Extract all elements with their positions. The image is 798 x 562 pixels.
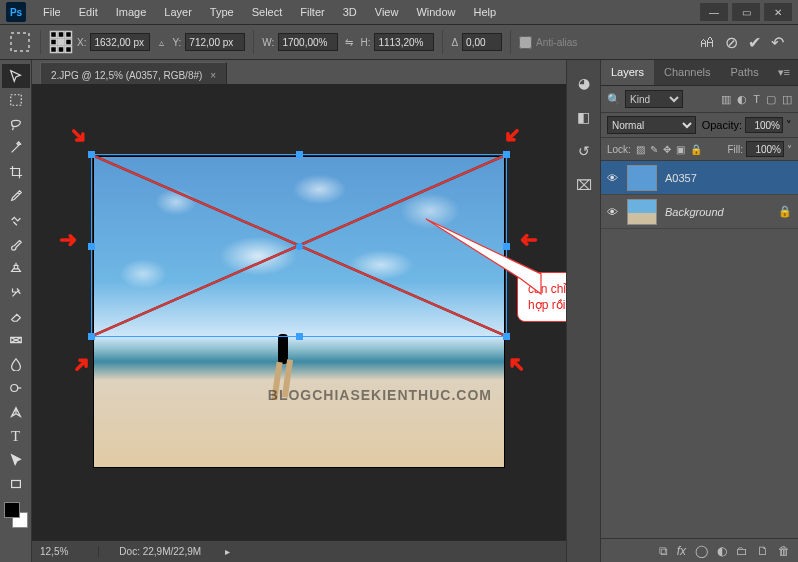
- transform-handle-tm[interactable]: [296, 151, 303, 158]
- antialias-checkbox[interactable]: Anti-alias: [519, 36, 577, 49]
- healing-brush-tool[interactable]: [2, 208, 30, 232]
- window-restore-button[interactable]: ▭: [732, 3, 760, 21]
- tab-layers[interactable]: Layers: [601, 60, 654, 85]
- reference-point-icon[interactable]: [49, 30, 73, 54]
- menu-type[interactable]: Type: [201, 2, 243, 22]
- transform-handle-bm[interactable]: [296, 333, 303, 340]
- menu-edit[interactable]: Edit: [70, 2, 107, 22]
- cancel-transform-icon[interactable]: ⊘: [725, 33, 738, 52]
- tab-channels[interactable]: Channels: [654, 60, 720, 85]
- eraser-tool[interactable]: [2, 304, 30, 328]
- fill-field[interactable]: [746, 141, 784, 157]
- transform-handle-tl[interactable]: [88, 151, 95, 158]
- fill-dropdown-icon[interactable]: ˅: [787, 144, 792, 155]
- menu-file[interactable]: File: [34, 2, 70, 22]
- type-tool[interactable]: T: [2, 424, 30, 448]
- transform-handle-bl[interactable]: [88, 333, 95, 340]
- adjustment-layer-icon[interactable]: ◐: [717, 544, 727, 558]
- menu-3d[interactable]: 3D: [334, 2, 366, 22]
- properties-panel-icon[interactable]: ⌧: [573, 174, 595, 196]
- layer-name[interactable]: Background: [665, 206, 770, 218]
- clone-stamp-tool[interactable]: [2, 256, 30, 280]
- window-close-button[interactable]: ✕: [764, 3, 792, 21]
- status-menu-icon[interactable]: ▸: [225, 546, 230, 557]
- layer-name[interactable]: A0357: [665, 172, 792, 184]
- group-layers-icon[interactable]: 🗀: [736, 544, 748, 558]
- layer-row[interactable]: 👁 A0357: [601, 161, 798, 195]
- adjustments-panel-icon[interactable]: ◕: [573, 72, 595, 94]
- history-brush-tool[interactable]: [2, 280, 30, 304]
- menu-filter[interactable]: Filter: [291, 2, 333, 22]
- menu-view[interactable]: View: [366, 2, 408, 22]
- crop-tool[interactable]: [2, 160, 30, 184]
- brush-tool[interactable]: [2, 232, 30, 256]
- layer-filter-kind[interactable]: Kind: [625, 90, 683, 108]
- reset-transform-icon[interactable]: ↶: [771, 33, 784, 52]
- menu-help[interactable]: Help: [465, 2, 506, 22]
- transform-center-icon[interactable]: [296, 243, 303, 250]
- angle-field[interactable]: [462, 33, 502, 51]
- layer-mask-icon[interactable]: ◯: [695, 544, 708, 558]
- transform-tool-icon[interactable]: [8, 30, 32, 54]
- lock-transparency-icon[interactable]: ▨: [636, 144, 645, 155]
- filter-shape-icon[interactable]: ▢: [766, 93, 776, 106]
- panel-menu-icon[interactable]: ▾≡: [770, 60, 798, 85]
- lock-all-icon[interactable]: 🔒: [690, 144, 702, 155]
- history-panel-icon[interactable]: ↺: [573, 140, 595, 162]
- rectangle-tool[interactable]: [2, 472, 30, 496]
- blur-tool[interactable]: [2, 352, 30, 376]
- styles-panel-icon[interactable]: ◧: [573, 106, 595, 128]
- menu-select[interactable]: Select: [243, 2, 292, 22]
- h-field[interactable]: [374, 33, 434, 51]
- tab-paths[interactable]: Paths: [721, 60, 769, 85]
- gradient-tool[interactable]: [2, 328, 30, 352]
- lock-position-icon[interactable]: ✥: [663, 144, 671, 155]
- layer-thumbnail[interactable]: [627, 199, 657, 225]
- marquee-tool[interactable]: [2, 88, 30, 112]
- filter-pixel-icon[interactable]: ▥: [721, 93, 731, 106]
- transform-handle-br[interactable]: [503, 333, 510, 340]
- canvas-area[interactable]: BLOGCHIASEKIENTHUC.COM: [32, 84, 566, 540]
- link-wh-icon[interactable]: ⇋: [342, 35, 356, 49]
- close-tab-icon[interactable]: ×: [210, 70, 216, 81]
- layer-thumbnail[interactable]: [627, 165, 657, 191]
- warp-mode-icon[interactable]: 🗚: [699, 33, 715, 52]
- x-field[interactable]: [90, 33, 150, 51]
- eyedropper-tool[interactable]: [2, 184, 30, 208]
- w-field[interactable]: [278, 33, 338, 51]
- commit-transform-icon[interactable]: ✔: [748, 33, 761, 52]
- menu-layer[interactable]: Layer: [155, 2, 201, 22]
- filter-adjust-icon[interactable]: ◐: [737, 93, 747, 106]
- menu-window[interactable]: Window: [407, 2, 464, 22]
- layer-fx-icon[interactable]: fx: [677, 544, 686, 558]
- move-tool[interactable]: [2, 64, 30, 88]
- filter-smart-icon[interactable]: ◫: [782, 93, 792, 106]
- delete-layer-icon[interactable]: 🗑: [778, 544, 790, 558]
- blend-mode-select[interactable]: Normal: [607, 116, 696, 134]
- new-layer-icon[interactable]: 🗋: [757, 544, 769, 558]
- lock-artboard-icon[interactable]: ▣: [676, 144, 685, 155]
- menu-image[interactable]: Image: [107, 2, 156, 22]
- lock-pixels-icon[interactable]: ✎: [650, 144, 658, 155]
- opacity-field[interactable]: [745, 117, 783, 133]
- document-tab[interactable]: 2.JPG @ 12,5% (A0357, RGB/8#) ×: [40, 62, 227, 84]
- doc-size-readout[interactable]: Doc: 22,9M/22,9M: [119, 546, 201, 557]
- y-field[interactable]: [185, 33, 245, 51]
- window-minimize-button[interactable]: —: [700, 3, 728, 21]
- magic-wand-tool[interactable]: [2, 136, 30, 160]
- link-layers-icon[interactable]: ⧉: [659, 544, 668, 558]
- opacity-dropdown-icon[interactable]: ˅: [786, 119, 792, 132]
- zoom-readout[interactable]: 12,5%: [40, 546, 99, 557]
- path-selection-tool[interactable]: [2, 448, 30, 472]
- dodge-tool[interactable]: [2, 376, 30, 400]
- visibility-toggle-icon[interactable]: 👁: [607, 206, 619, 218]
- transform-handle-ml[interactable]: [88, 243, 95, 250]
- transform-handle-tr[interactable]: [503, 151, 510, 158]
- canvas[interactable]: BLOGCHIASEKIENTHUC.COM: [94, 157, 504, 467]
- filter-type-icon[interactable]: T: [753, 93, 760, 106]
- color-swatches[interactable]: [4, 502, 28, 528]
- triangle-icon[interactable]: ▵: [154, 35, 168, 49]
- visibility-toggle-icon[interactable]: 👁: [607, 172, 619, 184]
- lasso-tool[interactable]: [2, 112, 30, 136]
- pen-tool[interactable]: [2, 400, 30, 424]
